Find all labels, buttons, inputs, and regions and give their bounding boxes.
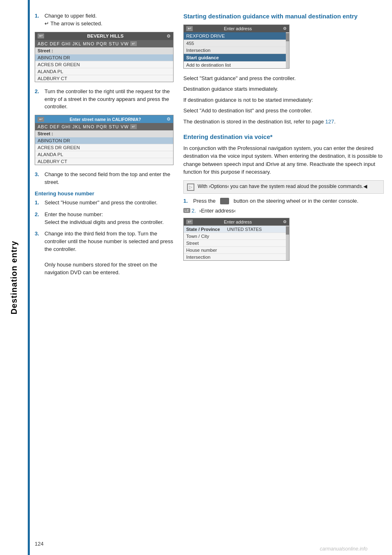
enter-icon-2: ↵ xyxy=(130,124,137,129)
voice-step-1: 1. Press the button on the steering whee… xyxy=(183,198,384,204)
kbd-letters-2: ABC DEF GHI JKL MNO PQR STU VW xyxy=(38,124,129,129)
nav-screen-1-kbd: ABC DEF GHI JKL MNO PQR STU VW ↵ xyxy=(35,40,173,47)
nav-screen-2: ↩ Enter street name in CALIFORNIA? ⚙ ABC… xyxy=(35,115,174,165)
nav-screen-1: ↩ BEVERLY HILLS ⚙ ABC DEF GHI JKL MNO PQ… xyxy=(35,32,174,82)
para-5: The destination is stored in the destina… xyxy=(183,118,384,126)
house-step-2-number: 2. xyxy=(35,211,41,226)
two-columns: 1. Change to upper field. ↵ The arrow is… xyxy=(35,12,384,281)
kbd-letters: ABC DEF GHI JKL MNO PQR STU VW xyxy=(38,41,129,46)
house-step-3-content: Change into the third field from the top… xyxy=(45,230,174,276)
scroll-thumb-1 xyxy=(286,33,289,41)
para-2: Destination guidance starts immediately. xyxy=(183,85,384,93)
nav-item-town: Town / City xyxy=(184,233,289,239)
nav-item-acres: ACRES DR GREEN xyxy=(35,61,173,68)
back-icon-2: ↩ xyxy=(38,117,44,122)
nav-item-street: Street xyxy=(184,239,289,246)
voice-step-2-number: 2. xyxy=(192,208,196,214)
nav-item-aldbury: ALDBURY CT xyxy=(35,75,173,82)
page-number: 124 xyxy=(35,541,44,547)
step-1: 1. Change to upper field. ↵ The arrow is… xyxy=(35,12,174,28)
step-3-text: Change to the second field from the top … xyxy=(45,171,174,186)
voice-icon-wrap: LE 2. xyxy=(183,208,196,214)
blue-accent-bar xyxy=(28,0,30,555)
section2-intro: In conjunction with the Professional nav… xyxy=(183,144,384,176)
nav-screen-right-1: ↩ Enter address ⚙ REXFORD DRIVE 455 Inte… xyxy=(183,25,290,69)
step-1-content: Change to upper field. ↵ The arrow is se… xyxy=(45,12,102,28)
back-icon-bottom: ↩ xyxy=(186,219,193,224)
nav-item-rexford: REXFORD DRIVE xyxy=(184,32,289,40)
nav-item-abington: ABINGTON DR xyxy=(35,54,173,61)
house-step-1-number: 1. xyxy=(35,199,41,207)
para-5-link: 127 xyxy=(325,119,334,125)
house-step-3-text: Change into the third field from the top… xyxy=(45,231,173,252)
voice-step-1-post: button on the steering wheel or in the c… xyxy=(234,198,359,204)
nav-item-house: House number xyxy=(184,246,289,253)
house-step-3: 3. Change into the third field from the … xyxy=(35,230,174,276)
step-2-number: 2. xyxy=(35,88,41,111)
tip-box: ▷ With ›Options‹ you can have the system… xyxy=(183,180,384,194)
nav-item-2-acres: ACRES DR GREEN xyxy=(35,144,173,151)
nav-rows-bottom: State / Province UNITED STATES Town / Ci… xyxy=(184,226,289,260)
nav-screen-1-label: Street : xyxy=(35,47,173,54)
state-value: UNITED STATES xyxy=(227,227,262,232)
sidebar-title: Destination entry xyxy=(9,241,19,314)
house-step-3-sub: Only house numbers stored for the street… xyxy=(45,262,157,275)
settings-icon-r1: ⚙ xyxy=(283,26,287,31)
nav-item-intersection: Intersection xyxy=(184,47,289,54)
nav-screen-bottom-header: ↩ Enter address ⚙ xyxy=(184,218,289,226)
para-4: Select "Add to destination list" and pre… xyxy=(183,107,384,115)
para-5-text: The destination is stored in the destina… xyxy=(183,119,325,125)
sidebar: Destination entry xyxy=(0,0,28,555)
nav-screen-r1-title: Enter address xyxy=(195,26,281,31)
nav-screen-2-label: Street : xyxy=(35,130,173,137)
nav-item-state: State / Province UNITED STATES xyxy=(184,226,289,233)
settings-icon-2: ⚙ xyxy=(167,116,171,122)
nav-screen-bottom-title: Enter address xyxy=(195,219,281,224)
house-step-1: 1. Select "House number" and press the c… xyxy=(35,199,174,207)
nav-item-2-alanda: ALANDA PL xyxy=(35,151,173,158)
nav-item-alanda: ALANDA PL xyxy=(35,68,173,75)
state-label: State / Province xyxy=(186,227,227,232)
para-1: Select "Start guidance" and press the co… xyxy=(183,74,384,83)
nav-item-2-aldbury: ALDBURY CT xyxy=(35,158,173,165)
main-content: 1. Change to upper field. ↵ The arrow is… xyxy=(35,12,384,543)
scrollbar-1 xyxy=(286,32,289,68)
nav-screen-2-kbd: ABC DEF GHI JKL MNO PQR STU VW ↵ xyxy=(35,123,173,130)
nav-screen-2-header: ↩ Enter street name in CALIFORNIA? ⚙ xyxy=(35,115,173,123)
house-step-2-sub: Select the individual digits and press t… xyxy=(45,219,164,225)
right-column: Starting destination guidance with manua… xyxy=(183,12,384,281)
nav-item-add-destination: Add to destination list xyxy=(184,61,289,68)
back-icon: ↩ xyxy=(38,34,44,38)
nav-item-intersection-bottom: Intersection xyxy=(184,253,289,260)
settings-icon: ⚙ xyxy=(167,34,171,39)
step-2-text: Turn the controller to the right until t… xyxy=(45,88,174,111)
step-1-number: 1. xyxy=(35,12,41,28)
para-5-end: . xyxy=(334,119,336,125)
tip-icon: ▷ xyxy=(187,184,194,191)
voice-step-2: LE 2. ›Enter address‹ xyxy=(183,208,384,214)
step-1-icon: ↵ xyxy=(45,20,50,27)
mic-button-icon xyxy=(220,198,229,204)
house-step-3-number: 3. xyxy=(35,230,41,276)
left-column: 1. Change to upper field. ↵ The arrow is… xyxy=(35,12,174,281)
nav-item-start-guidance: Start guidance xyxy=(184,54,289,61)
house-step-2-text: Enter the house number: xyxy=(45,211,103,217)
nav-rows-1: REXFORD DRIVE 455 Intersection Start gui… xyxy=(184,32,289,68)
scroll-thumb-bottom xyxy=(286,226,289,235)
house-step-2: 2. Enter the house number: Select the in… xyxy=(35,211,174,226)
back-icon-r1: ↩ xyxy=(186,26,193,31)
step-1-sub: The arrow is selected. xyxy=(50,20,102,27)
house-step-1-text: Select "House number" and press the cont… xyxy=(45,199,158,207)
step-1-text: Change to upper field. xyxy=(45,13,97,19)
nav-item-2-abington: ABINGTON DR xyxy=(35,137,173,144)
voice-step-2-text: ›Enter address‹ xyxy=(199,208,236,214)
voice-step-1-number: 1. xyxy=(183,198,190,204)
tip-text: With ›Options‹ you can have the system r… xyxy=(198,183,367,191)
nav-screen-bottom: ↩ Enter address ⚙ State / Province UNITE… xyxy=(183,218,290,261)
section1-heading: Starting destination guidance with manua… xyxy=(183,12,384,20)
site-watermark: carmanualsonline.info xyxy=(320,546,368,552)
voice-step-1-pre: Press the xyxy=(193,198,216,204)
nav-screen-right-1-header: ↩ Enter address ⚙ xyxy=(184,25,289,32)
voice-num-icon: LE xyxy=(183,208,190,213)
enter-icon: ↵ xyxy=(130,41,137,46)
